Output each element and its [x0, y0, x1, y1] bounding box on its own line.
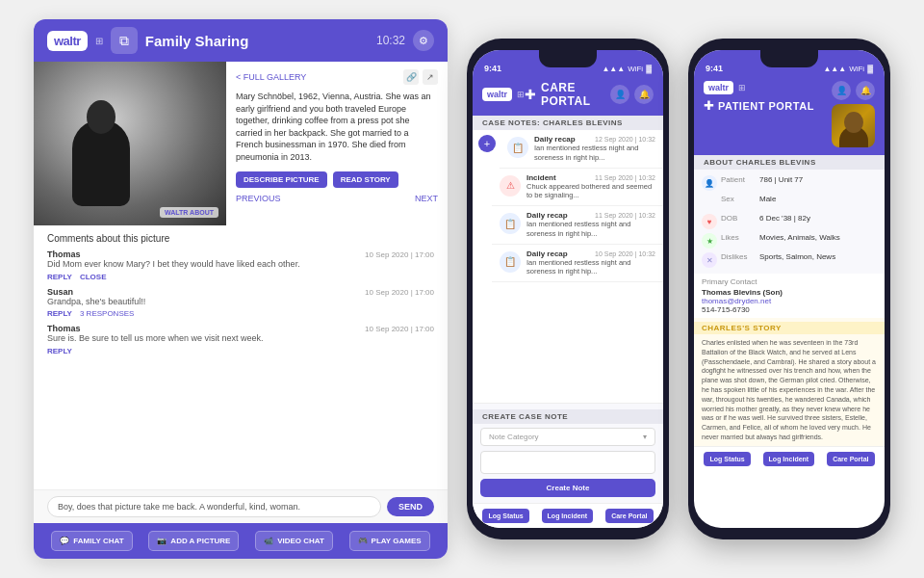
p-wifi-icon: WiFi [849, 65, 864, 73]
log-status-button[interactable]: Log Status [482, 509, 528, 523]
patient-bell-icon[interactable]: 🔔 [856, 81, 875, 100]
header-time: 10:32 [376, 34, 405, 47]
note-content-3: Daily recap 11 Sep 2020 | 10:32 Ian ment… [526, 211, 655, 239]
log-incident-button[interactable]: Log Incident [542, 509, 594, 523]
previous-button[interactable]: PREVIOUS [236, 194, 281, 203]
reply-button[interactable]: REPLY [47, 309, 72, 318]
patient-care-portal-button[interactable]: Care Portal [827, 452, 874, 466]
comment-item: Thomas 10 Sep 2020 | 17:00 Sure is. Be s… [47, 324, 434, 355]
grid-icon: ⊞ [95, 36, 103, 46]
note-textarea[interactable] [480, 451, 655, 474]
sex-value: Male [759, 195, 776, 203]
care-bell-icon[interactable]: 🔔 [634, 85, 654, 104]
dob-value: 6 Dec '38 | 82y [759, 214, 810, 223]
family-chat-button[interactable]: 💬 FAMILY CHAT [51, 531, 132, 551]
case-note-3: 📋 Daily recap 11 Sep 2020 | 10:32 Ian me… [492, 206, 663, 245]
case-note-4: 📋 Daily recap 10 Sep 2020 | 10:32 Ian me… [492, 245, 663, 283]
play-games-button[interactable]: 🎮 PLAY GAMES [349, 531, 430, 551]
dislikes-label: Dislikes [721, 252, 756, 261]
patient-info-row-likes: ★ Likes Movies, Animals, Walks [702, 231, 877, 250]
comment-text: Sure is. Be sure to tell us more when we… [47, 333, 434, 345]
message-input[interactable] [47, 496, 381, 517]
patient-section-header: ABOUT CHARLES BLEVINS [694, 155, 885, 170]
photo-image-inner [34, 62, 226, 225]
describe-picture-button[interactable]: DESCRIBE PICTURE [236, 171, 327, 188]
read-story-button[interactable]: READ STORY [333, 171, 398, 188]
primary-contact: Primary Contact Thomas Blevins (Son) tho… [694, 274, 885, 318]
comment-author: Thomas [47, 324, 81, 333]
care-section-header: CASE NOTES: CHARLES BLEVINS [473, 116, 663, 130]
note-row-2: ⚠ Incident 11 Sep 2020 | 10:32 Chuck app… [473, 169, 663, 207]
case-note-1: 📋 Daily recap 12 Sep 2020 | 10:32 Ian me… [500, 130, 663, 169]
add-picture-button[interactable]: 📷 ADD A PICTURE [148, 531, 239, 551]
comment-header: Susan 10 Sep 2020 | 17:00 [47, 287, 434, 297]
patient-status-time: 9:41 [706, 64, 723, 73]
primary-contact-phone: 514-715-6730 [702, 305, 877, 314]
send-button[interactable]: SEND [387, 497, 434, 516]
care-portal-title: CARE PORTAL [541, 81, 610, 108]
patient-waltr-logo: waltr [704, 81, 733, 94]
patient-title-row: ✚ PATIENT PORTAL [704, 98, 814, 113]
video-chat-button[interactable]: 📹 VIDEO CHAT [255, 531, 333, 551]
link-icon[interactable]: 🔗 [403, 69, 419, 85]
family-sharing-app: waltr ⊞ ⧉ Family Sharing 10:32 ⚙ WALTR A… [34, 19, 448, 559]
care-title-row: ✚ CARE PORTAL [525, 81, 610, 108]
care-waltr-logo: waltr [482, 88, 512, 101]
add-picture-label: ADD A PICTURE [170, 537, 230, 545]
care-portal-screen: 9:41 ▲▲▲ WiFi ▓ waltr ⊞ ✚ CARE PORTAL 👤 … [473, 50, 663, 528]
care-status-icons: ▲▲▲ WiFi ▓ [602, 65, 652, 73]
next-button[interactable]: NEXT [415, 194, 438, 203]
note-text-2: Chuck appeared bothered and seemed to be… [526, 182, 655, 201]
patient-status-icons: ▲▲▲ WiFi ▓ [823, 65, 873, 73]
story-text: Charles enlisted when he was seventeen i… [702, 338, 877, 442]
note-type-4: Daily recap [526, 250, 568, 258]
photo-watermark: WALTR ABOUT [160, 207, 218, 218]
patient-avatar [832, 104, 875, 147]
patient-info-row-sex: Sex Male [702, 193, 877, 212]
comment-actions: REPLY CLOSE [47, 273, 434, 281]
care-content: + 📋 Daily recap 12 Sep 2020 | 10:32 Ian … [473, 130, 663, 403]
care-user-icon[interactable]: 👤 [610, 85, 629, 104]
patient-info-section: 👤 Patient 786 | Unit 77 Sex Male ♥ DOB 6… [694, 170, 885, 274]
app-footer: 💬 FAMILY CHAT 📷 ADD A PICTURE 📹 VIDEO CH… [34, 523, 448, 559]
comment-time: 10 Sep 2020 | 17:00 [365, 288, 434, 297]
photo-image: WALTR ABOUT [34, 62, 226, 225]
comment-actions: REPLY 3 RESPONSES [47, 309, 434, 318]
family-chat-icon: 💬 [60, 537, 69, 545]
care-portal-button[interactable]: Care Portal [605, 509, 653, 523]
photo-nav: PREVIOUS NEXT [236, 194, 438, 203]
note-text-1: Ian mentioned restless night and sorenes… [534, 144, 655, 163]
sharing-icon: ⧉ [111, 27, 138, 54]
app-header-left: waltr ⊞ ⧉ Family Sharing [47, 27, 248, 54]
patient-label: Patient [721, 175, 756, 184]
patient-log-status-button[interactable]: Log Status [704, 452, 750, 466]
add-picture-icon: 📷 [157, 537, 167, 545]
note-type-date-2: Incident 11 Sep 2020 | 10:32 [526, 173, 655, 182]
add-note-btn[interactable]: + [478, 135, 496, 152]
play-games-icon: 🎮 [358, 537, 368, 545]
response-count: 3 RESPONSES [80, 309, 134, 318]
patient-log-incident-button[interactable]: Log Incident [763, 452, 815, 466]
share-icon[interactable]: ↗ [423, 69, 438, 85]
dob-label: DOB [721, 214, 756, 223]
comment-actions: REPLY [47, 347, 434, 355]
reply-button[interactable]: REPLY [47, 273, 72, 281]
message-input-area: SEND [34, 489, 448, 523]
note-type-2: Incident [526, 173, 556, 182]
patient-grid-icon: ⊞ [738, 83, 746, 92]
likes-icon: ★ [702, 233, 717, 249]
settings-icon[interactable]: ⚙ [413, 30, 434, 51]
note-content-4: Daily recap 10 Sep 2020 | 10:32 Ian ment… [526, 250, 655, 277]
patient-info-row-dob: ♥ DOB 6 Dec '38 | 82y [702, 212, 877, 231]
note-category-select[interactable]: Note Category ▾ [480, 428, 655, 446]
reply-button[interactable]: REPLY [47, 347, 72, 355]
comment-time: 10 Sep 2020 | 17:00 [365, 250, 434, 259]
create-note-button[interactable]: Create Note [480, 479, 655, 497]
comment-text: Grandpa, she's beautiful!! [47, 297, 434, 308]
close-button[interactable]: CLOSE [80, 273, 107, 281]
dob-icon: ♥ [702, 214, 717, 229]
note-type-date-3: Daily recap 11 Sep 2020 | 10:32 [526, 211, 655, 220]
patient-user-icon[interactable]: 👤 [832, 81, 851, 100]
comment-header: Thomas 10 Sep 2020 | 17:00 [47, 250, 434, 259]
gallery-nav-link[interactable]: < FULL GALLERY [236, 72, 306, 82]
